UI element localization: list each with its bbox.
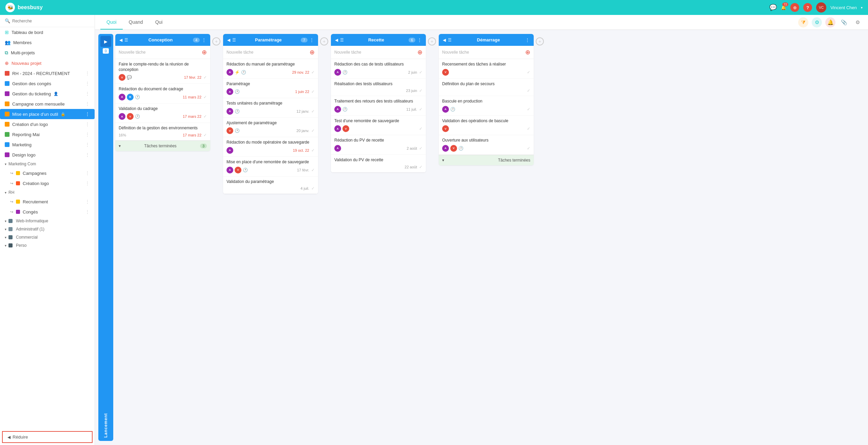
more-icon[interactable]: ⋮	[85, 132, 90, 137]
sidebar-item-reporting-mai[interactable]: Reporting Mai ⋮	[0, 129, 95, 140]
gear-icon[interactable]: ⚙	[852, 17, 863, 27]
sidebar-item-marketing[interactable]: Marketing ⋮	[0, 140, 95, 150]
task-card[interactable]: Rédaction du mode opératoire de sauvegar…	[223, 137, 318, 157]
sidebar-item-multi-projets[interactable]: ⧉ Multi-projets	[0, 48, 95, 58]
group-header-perso[interactable]: ▾ Perso	[0, 241, 95, 249]
more-icon[interactable]: ⋮	[85, 91, 90, 96]
more-col-icon[interactable]: ⋮	[525, 37, 530, 42]
more-icon[interactable]: ⋮	[85, 170, 90, 176]
task-card[interactable]: Faire le compte-rendu de la réunion de c…	[115, 59, 210, 84]
task-card[interactable]: Bascule en production A 🕐 ✓	[439, 96, 534, 116]
sidebar-item-membres[interactable]: 👥 Membres	[0, 37, 95, 48]
demarrage-new-task[interactable]: Nouvelle tâche ⊕	[439, 46, 534, 59]
task-card[interactable]: Définition du plan de secours ✓	[439, 79, 534, 96]
chat-icon[interactable]: 💬	[769, 4, 777, 11]
sidebar-item-tableau-bord[interactable]: ⊞ Tableau de bord	[0, 27, 95, 37]
task-card[interactable]: Validation du cadrage A V 🕐 17 mars 22 ✓	[115, 104, 210, 123]
more-col-icon[interactable]: ⋮	[202, 37, 206, 42]
task-card[interactable]: Paramétrage A 🕐 1 juin 22 ✓	[223, 79, 318, 98]
more-icon[interactable]: ⋮	[85, 152, 90, 157]
sidebar-item-mise-en-place[interactable]: Mise en place d'un outil 🔒 ⋮	[0, 109, 95, 119]
sidebar-item-nouveau-projet[interactable]: ⊕ Nouveau projet	[0, 58, 95, 68]
sidebar-item-rh-recrutement[interactable]: RH - 2024 - RECRUTEMENT ⋮	[0, 68, 95, 78]
sidebar-item-recrutement[interactable]: ↪ Recrutement ⋮	[0, 197, 95, 207]
group-header-commercial[interactable]: ▾ Commercial	[0, 233, 95, 241]
tab-qui[interactable]: Qui	[149, 15, 169, 30]
more-icon[interactable]: ⋮	[85, 142, 90, 147]
collapse-icon[interactable]: ◀	[227, 38, 230, 42]
add-task-icon[interactable]: ⊕	[310, 49, 315, 56]
task-card[interactable]: Réalisation des tests utilisateurs 23 ju…	[331, 79, 426, 96]
sidebar-item-gestion-conges[interactable]: Gestion des congés ⋮	[0, 78, 95, 89]
lancement-column[interactable]: ▶ 0 Lancement	[98, 34, 113, 441]
expand-lancement-btn[interactable]: ▶	[100, 36, 111, 47]
more-col-icon[interactable]: ⋮	[417, 37, 422, 42]
collapse-icon[interactable]: ◀	[443, 38, 446, 42]
task-card[interactable]: Rédaction des cas de tests utilisateurs …	[331, 59, 426, 79]
user-dropdown-icon[interactable]: ▾	[861, 6, 863, 10]
help-icon[interactable]: ?	[803, 3, 812, 12]
add-column-btn[interactable]: +	[536, 37, 544, 45]
conception-new-task[interactable]: Nouvelle tâche ⊕	[115, 46, 210, 59]
more-icon[interactable]: ⋮	[85, 181, 90, 186]
more-col-icon[interactable]: ⋮	[310, 37, 314, 42]
task-card[interactable]: Ouverture aux utilisateurs A V 🕐 ✓	[439, 135, 534, 155]
collapse-icon[interactable]: ◀	[335, 38, 338, 42]
task-card[interactable]: Validation du PV de recette 22 août ✓	[331, 155, 426, 172]
group-header-rh[interactable]: ▾ RH	[0, 188, 95, 197]
task-card[interactable]: Test d'une remontée de sauvegarde A V ✓	[331, 116, 426, 135]
add-column-btn[interactable]: +	[428, 37, 436, 45]
clip-icon[interactable]: 📎	[839, 17, 849, 27]
notification-badge-icon[interactable]: 🔔 72	[781, 4, 786, 11]
sidebar-item-campagne-com[interactable]: Campagne com mensuelle ⋮	[0, 99, 95, 109]
more-icon[interactable]: ⋮	[85, 81, 90, 86]
collapse-icon[interactable]: ◀	[119, 38, 122, 42]
task-card[interactable]: Tests unitaires du paramétrage A 🕐 12 ja…	[223, 98, 318, 118]
task-card[interactable]: Rédaction du manuel de paramétrage A ⚡ 🕐…	[223, 59, 318, 79]
add-task-icon[interactable]: ⊕	[417, 49, 422, 56]
task-card[interactable]: Rédaction du document de cadrage A B 🕐 1…	[115, 84, 210, 104]
parametrage-new-task[interactable]: Nouvelle tâche ⊕	[223, 46, 318, 59]
more-icon[interactable]: ⋮	[85, 199, 90, 204]
filter-icon[interactable]: ⧩	[798, 17, 808, 27]
sidebar-item-gestion-ticketing[interactable]: Gestion du ticketing 👤 ⋮	[0, 89, 95, 99]
settings-icon[interactable]: ⚙	[812, 17, 822, 27]
add-task-icon[interactable]: ⊕	[202, 49, 207, 56]
integration-icon[interactable]: ⊕	[790, 3, 799, 12]
task-card[interactable]: Mise en place d'une remontée de sauvegar…	[223, 157, 318, 177]
bell-icon[interactable]: 🔔	[825, 17, 835, 27]
tab-quoi[interactable]: Quoi	[100, 15, 123, 30]
task-card[interactable]: Recensement des tâches à réaliser V ✓	[439, 59, 534, 79]
search-input[interactable]	[12, 19, 90, 23]
sidebar-item-creation-logo-mc[interactable]: ↪ Création logo ⋮	[0, 178, 95, 188]
add-task-icon[interactable]: ⊕	[525, 49, 530, 56]
more-icon[interactable]: ⋮	[85, 122, 90, 127]
user-avatar[interactable]: VC	[816, 2, 826, 13]
completed-toggle[interactable]: ▾ Tâches terminées	[439, 155, 534, 165]
group-header-marketing-com[interactable]: ▾ Marketing Com	[0, 160, 95, 168]
sidebar-item-conges[interactable]: ↪ Congés ⋮	[0, 207, 95, 217]
task-card[interactable]: Définition de la gestion des environneme…	[115, 123, 210, 141]
task-card[interactable]: Validation des opérations de bascule V ✓	[439, 116, 534, 135]
task-card[interactable]: Ajustement de paramétrage V 🕐 20 janv. ✓	[223, 118, 318, 137]
tab-quand[interactable]: Quand	[123, 15, 149, 30]
sidebar-item-creation-logo[interactable]: Création d'un logo ⋮	[0, 119, 95, 129]
recette-new-task[interactable]: Nouvelle tâche ⊕	[331, 46, 426, 59]
add-column-btn[interactable]: +	[320, 37, 328, 45]
reduce-button[interactable]: ◀ Réduire	[2, 431, 93, 443]
more-icon[interactable]: ⋮	[85, 209, 90, 215]
more-icon[interactable]: ⋮	[85, 111, 90, 117]
sidebar-item-design-logo[interactable]: Design logo ⋮	[0, 150, 95, 160]
task-card[interactable]: Traitement des retours des tests utilisa…	[331, 96, 426, 116]
task-card[interactable]: Validation du paramétrage 4 juil. ✓	[223, 177, 318, 194]
logo-bee-icon: 🐝	[5, 3, 15, 12]
task-card[interactable]: Rédaction du PV de recette A 2 août ✓	[331, 135, 426, 155]
group-header-web-info[interactable]: ▾ Web-Informatique	[0, 217, 95, 225]
group-header-administratif[interactable]: ▾ Administratif (1)	[0, 225, 95, 233]
more-icon[interactable]: ⋮	[85, 71, 90, 76]
user-name[interactable]: Vincent Chen	[830, 5, 857, 10]
completed-toggle[interactable]: ▾ Tâches terminées 3	[115, 141, 210, 151]
sidebar-item-campagnes[interactable]: ↪ Campagnes ⋮	[0, 168, 95, 178]
add-column-btn[interactable]: +	[212, 37, 220, 45]
more-icon[interactable]: ⋮	[85, 101, 90, 107]
